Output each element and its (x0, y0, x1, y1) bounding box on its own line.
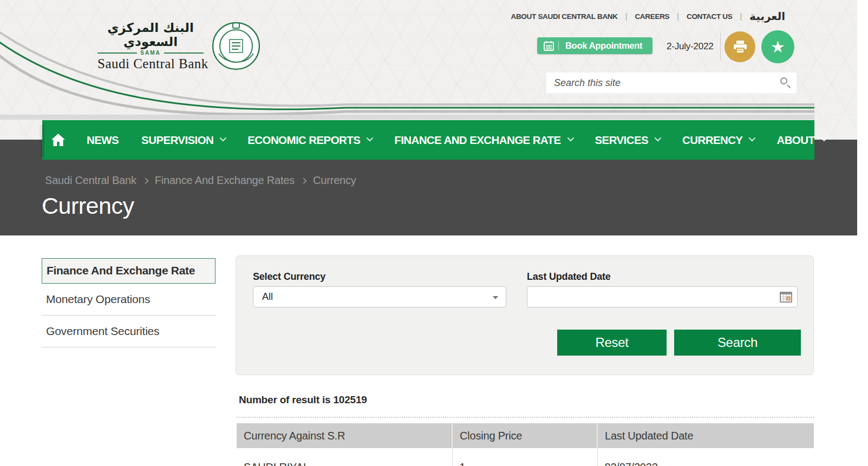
breadcrumb-current: Currency (313, 174, 356, 187)
dropdown-arrow-icon (493, 296, 498, 299)
currency-select[interactable]: All (253, 286, 506, 307)
filter-panel: Select Currency All Last Updated Date Re… (236, 255, 814, 375)
nav-item-label: ECONOMIC REPORTS (247, 134, 360, 147)
result-count: Number of result is 102519 (239, 394, 367, 406)
cell-closing-price: 1 (452, 448, 597, 466)
date-field-wrapper (527, 286, 798, 307)
search-icon[interactable] (780, 77, 791, 88)
nav-item-supervision[interactable]: SUPERVISION (130, 120, 236, 160)
chevron-right-icon (301, 178, 306, 183)
calendar-icon (544, 41, 554, 51)
nav-item-finance-and-exchange-rate[interactable]: FINANCE AND EXCHANGE RATE (383, 120, 583, 160)
header-background: ABOUT SAUDI CENTRAL BANK | CAREERS | CON… (0, 0, 857, 140)
last-updated-date-label: Last Updated Date (527, 271, 611, 283)
cell-last-updated: 02/07/2022 (597, 448, 814, 466)
button-divider (558, 41, 559, 50)
logo-sama-row: SAMA (97, 50, 204, 56)
topbar-link-careers[interactable]: CAREERS (635, 12, 669, 21)
book-appointment-label: Book Appointment (565, 41, 642, 51)
chevron-down-icon (567, 135, 574, 142)
sidebar: Finance And Exchange Rate Monetary Opera… (42, 258, 216, 347)
chevron-down-icon (655, 135, 662, 142)
topbar-separator: | (625, 12, 628, 21)
nav-item-currency[interactable]: CURRENCY (671, 120, 765, 160)
nav-item-services[interactable]: SERVICES (584, 120, 671, 160)
select-currency-label: Select Currency (253, 271, 325, 283)
col-header-closing-price: Closing Price (452, 423, 597, 448)
sidebar-item-government-securities[interactable]: Government Securities (42, 316, 216, 347)
breadcrumb-home[interactable]: Saudi Central Bank (45, 174, 136, 187)
logo-english-name: Saudi Central Bank (97, 56, 204, 71)
site-search (546, 73, 797, 93)
nav-item-news[interactable]: NEWS (75, 120, 130, 160)
nav-item-label: CURRENCY (682, 134, 742, 147)
printer-icon (733, 41, 747, 54)
topbar-separator: | (740, 12, 742, 21)
nav-item-economic-reports[interactable]: ECONOMIC REPORTS (236, 120, 383, 160)
header-divider (720, 32, 721, 61)
logo-arabic-name: البنك المركزي السعودي (97, 21, 204, 49)
main-nav: NEWS SUPERVISION ECONOMIC REPORTS FINANC… (42, 120, 814, 160)
nav-item-label: FINANCE AND EXCHANGE RATE (394, 134, 560, 147)
col-header-last-updated: Last Updated Date (597, 423, 814, 448)
chevron-down-icon (749, 135, 756, 142)
language-switch-arabic[interactable]: العربية (749, 10, 785, 23)
reset-button[interactable]: Reset (557, 330, 667, 356)
print-button[interactable] (725, 31, 755, 62)
site-search-input[interactable] (546, 73, 797, 93)
breadcrumb: Saudi Central Bank Finance And Exchange … (45, 174, 356, 187)
nav-item-label: ABOUT (776, 134, 814, 147)
last-updated-date-input[interactable] (527, 287, 797, 307)
chevron-down-icon (220, 135, 227, 142)
bank-emblem-icon (211, 21, 261, 71)
favorites-button[interactable]: ★ (761, 30, 794, 63)
logo-text: البنك المركزي السعودي SAMA Saudi Central… (97, 21, 204, 71)
nav-item-label: NEWS (87, 134, 119, 147)
search-button[interactable]: Search (674, 330, 801, 356)
table-header-row: Currency Against S.R Closing Price Last … (237, 423, 814, 448)
chevron-down-icon (367, 135, 374, 142)
book-appointment-button[interactable]: Book Appointment (537, 37, 652, 54)
star-icon: ★ (771, 39, 785, 55)
topbar-link-about[interactable]: ABOUT SAUDI CENTRAL BANK (511, 12, 617, 21)
current-date: 2-July-2022 (667, 41, 714, 52)
chevron-down-icon (821, 135, 828, 142)
nav-home[interactable] (42, 120, 75, 160)
bank-logo[interactable]: البنك المركزي السعودي SAMA Saudi Central… (97, 21, 261, 71)
cell-currency: SAUDI RIYAL (237, 448, 452, 466)
table-row: SAUDI RIYAL 1 02/07/2022 (237, 448, 814, 466)
sidebar-item-monetary-operations[interactable]: Monetary Operations (42, 284, 216, 316)
dotted-divider (237, 417, 814, 418)
sidebar-item-finance-and-exchange-rate[interactable]: Finance And Exchange Rate (42, 258, 216, 284)
topbar-link-contact[interactable]: CONTACT US (687, 12, 733, 21)
nav-item-about[interactable]: ABOUT (765, 120, 837, 160)
logo-sama-label: SAMA (140, 50, 160, 56)
breadcrumb-finance[interactable]: Finance And Exchange Rates (155, 174, 295, 187)
topbar-separator: | (677, 12, 679, 21)
home-icon (51, 133, 66, 147)
col-header-currency: Currency Against S.R (237, 423, 452, 448)
page: ABOUT SAUDI CENTRAL BANK | CAREERS | CON… (0, 0, 868, 466)
datepicker-calendar-icon[interactable] (780, 292, 792, 303)
nav-item-label: SUPERVISION (141, 134, 213, 147)
currency-table: Currency Against S.R Closing Price Last … (237, 423, 814, 466)
currency-select-value: All (253, 291, 273, 303)
chevron-right-icon (142, 178, 148, 183)
page-title: Currency (42, 193, 134, 219)
nav-item-label: SERVICES (595, 134, 649, 147)
topbar: ABOUT SAUDI CENTRAL BANK | CAREERS | CON… (511, 10, 785, 23)
